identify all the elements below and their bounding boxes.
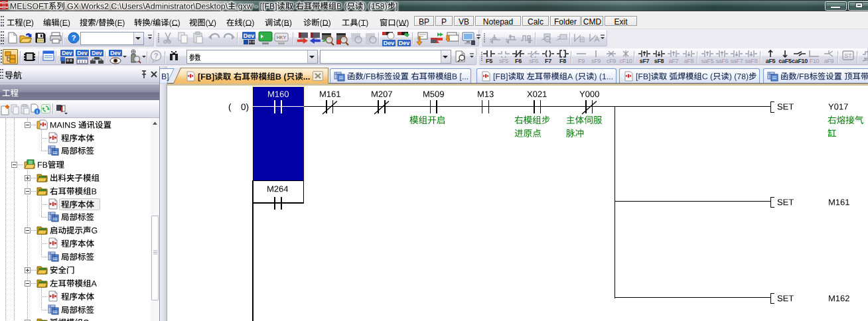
svg-text:?: ? <box>154 52 159 60</box>
svg-text:Dev: Dev <box>244 32 255 39</box>
svg-text:ST: ST <box>844 52 852 59</box>
svg-text:Dev: Dev <box>399 40 410 46</box>
svg-text:Dev: Dev <box>384 40 395 46</box>
svg-text:i: i <box>36 109 38 114</box>
svg-text:Dev: Dev <box>110 50 121 56</box>
svg-text:HKY: HKY <box>277 35 287 40</box>
svg-text:Dev: Dev <box>92 50 102 56</box>
svg-text:Dev: Dev <box>77 50 88 56</box>
svg-text:Dev: Dev <box>62 50 72 56</box>
svg-text:?: ? <box>72 34 76 42</box>
